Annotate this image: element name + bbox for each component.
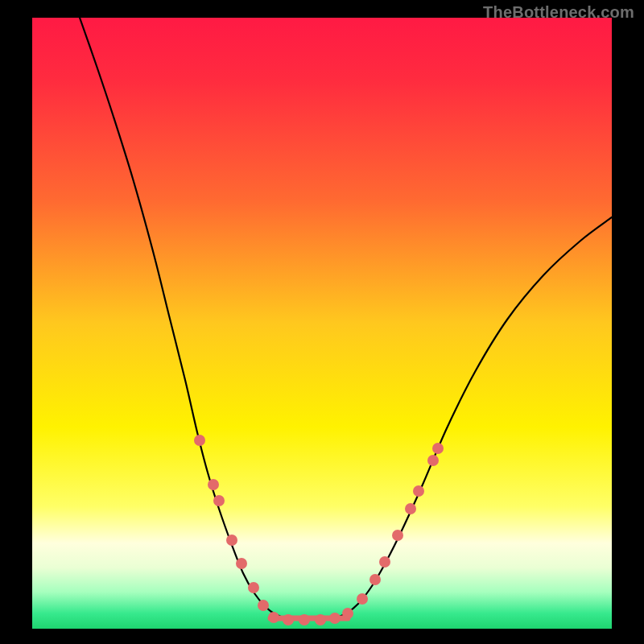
data-marker [283, 614, 294, 625]
chart-frame: TheBottleneck.com [0, 0, 644, 644]
data-marker [236, 558, 247, 569]
data-marker [226, 535, 237, 546]
plot-area [32, 18, 612, 629]
data-marker [379, 556, 390, 568]
data-marker [342, 608, 353, 619]
data-marker [258, 600, 269, 611]
chart-svg [32, 18, 612, 629]
data-marker [427, 455, 439, 466]
data-marker [369, 574, 381, 585]
gradient-background [32, 18, 612, 629]
watermark-text: TheBottleneck.com [483, 3, 634, 22]
data-marker [208, 479, 219, 490]
data-marker [357, 593, 368, 605]
data-marker [268, 612, 279, 623]
data-marker [392, 530, 403, 541]
data-marker [248, 582, 259, 593]
data-marker [315, 614, 326, 625]
data-marker [213, 495, 225, 506]
data-marker [299, 614, 310, 625]
data-marker [194, 435, 205, 446]
data-marker [329, 613, 341, 624]
data-marker [413, 485, 424, 497]
data-marker [405, 503, 416, 514]
data-marker [432, 443, 444, 454]
